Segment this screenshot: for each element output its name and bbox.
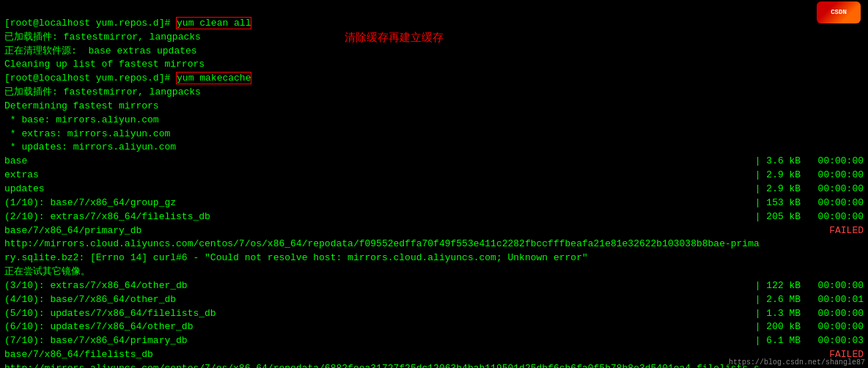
left-col: (1/10): base/7/x86_64/group_gz: [4, 197, 176, 208]
left-col: base/7/x86_64/filelists_db: [4, 349, 153, 360]
right-col: | 2.9 kB 00:00:00: [755, 169, 864, 183]
terminal-line: Determining fastest mirrors: [4, 100, 864, 114]
terminal-line: * base: mirrors.aliyun.com: [4, 114, 864, 128]
terminal-line: Cleaning up list of fastest mirrors: [4, 58, 864, 72]
terminal-line: | 2.9 kB 00:00:00extras: [4, 169, 864, 183]
left-col: (2/10): extras/7/x86_64/filelists_db: [4, 211, 210, 222]
left-col: updates: [4, 183, 45, 194]
left-col: (5/10): updates/7/x86_64/filelists_db: [4, 308, 216, 319]
terminal-line: | 122 kB 00:00:00(3/10): extras/7/x86_64…: [4, 279, 864, 293]
terminal-line: | 6.1 MB 00:00:03(7/10): base/7/x86_64/p…: [4, 334, 864, 348]
annotation-label: 清除缓存再建立缓存: [345, 31, 444, 45]
terminal-line: [root@localhost yum.repos.d]# yum clean …: [4, 17, 864, 31]
left-col: (4/10): base/7/x86_64/other_db: [4, 294, 176, 305]
logo-badge: CSDN: [817, 1, 861, 23]
terminal-line: * extras: mirrors.aliyun.com: [4, 128, 864, 141]
right-col: | 1.3 MB 00:00:00: [755, 307, 864, 321]
failed-status: FAILED: [829, 224, 864, 238]
right-col: | 153 kB 00:00:00: [755, 196, 864, 210]
right-col: | 205 kB 00:00:00: [755, 210, 864, 224]
right-col: | 2.9 kB 00:00:00: [755, 183, 864, 196]
right-col: | 2.6 MB 00:00:01: [755, 293, 864, 307]
terminal-line: http://mirrors.cloud.aliyuncs.com/centos…: [4, 238, 864, 251]
terminal-line: [root@localhost yum.repos.d]# yum makeca…: [4, 72, 864, 86]
terminal-window: [root@localhost yum.repos.d]# yum clean …: [0, 0, 868, 368]
terminal-line: | 2.6 MB 00:00:01(4/10): base/7/x86_64/o…: [4, 293, 864, 307]
watermark: https://blog.csdn.net/shangle87: [729, 358, 865, 367]
terminal-line: 正在清理软件源: base extras updates: [4, 45, 864, 59]
right-col: | 200 kB 00:00:00: [755, 320, 864, 334]
terminal-line: | 2.9 kB 00:00:00updates: [4, 183, 864, 196]
terminal-line: base/7/x86_64/primary_db FAILED: [4, 224, 864, 238]
command: yum makecache: [176, 72, 251, 84]
left-col: (7/10): base/7/x86_64/primary_db: [4, 335, 188, 346]
terminal-line: ry.sqlite.bz2: [Errno 14] curl#6 - "Coul…: [4, 251, 864, 265]
left-col: base/7/x86_64/primary_db: [4, 225, 141, 236]
prompt: [root@localhost yum.repos.d]#: [4, 73, 176, 84]
terminal-line: | 1.3 MB 00:00:00(5/10): updates/7/x86_6…: [4, 307, 864, 321]
right-col: | 122 kB 00:00:00: [755, 279, 864, 293]
left-col: (6/10): updates/7/x86_64/other_db: [4, 321, 193, 332]
terminal-line: | 200 kB 00:00:00(6/10): updates/7/x86_6…: [4, 320, 864, 334]
terminal-line: 已加载插件: fastestmirror, langpacks: [4, 86, 864, 100]
command: yum clean all: [176, 17, 251, 29]
terminal-line: | 153 kB 00:00:00(1/10): base/7/x86_64/g…: [4, 196, 864, 210]
right-col: | 3.6 kB 00:00:00: [755, 155, 864, 169]
terminal-line: * updates: mirrors.aliyun.com: [4, 141, 864, 155]
left-col: base: [4, 155, 27, 166]
left-col: (3/10): extras/7/x86_64/other_db: [4, 280, 188, 291]
terminal-line: | 205 kB 00:00:00(2/10): extras/7/x86_64…: [4, 210, 864, 224]
prompt: [root@localhost yum.repos.d]#: [4, 18, 176, 29]
terminal-line: 正在尝试其它镜像。: [4, 265, 864, 279]
right-col: | 6.1 MB 00:00:03: [755, 334, 864, 348]
terminal-line: | 3.6 kB 00:00:00base: [4, 155, 864, 169]
left-col: extras: [4, 169, 39, 180]
